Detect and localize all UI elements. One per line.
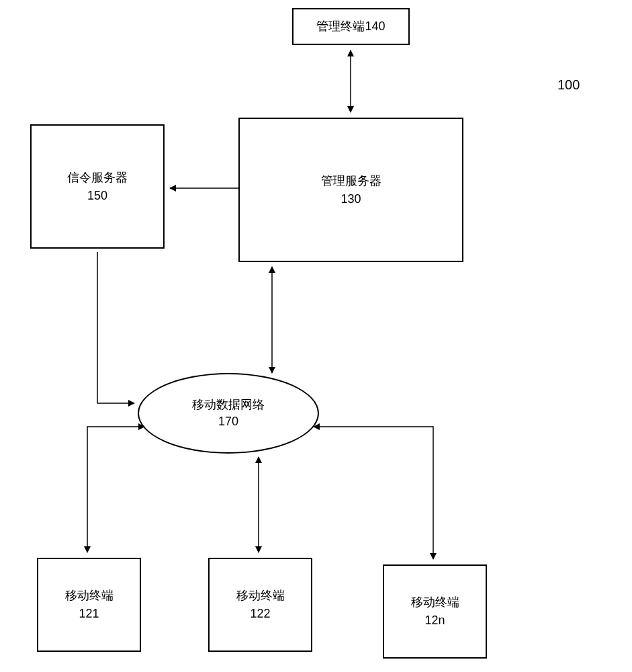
- management-server-id: 130: [341, 190, 361, 208]
- mobile-terminal-2-box: 移动终端 122: [208, 558, 312, 652]
- mobile-terminal-1-id: 121: [79, 605, 99, 623]
- mobile-terminal-1-name: 移动终端: [65, 587, 114, 605]
- signaling-server-id: 150: [87, 187, 107, 205]
- management-terminal-label: 管理终端140: [316, 17, 385, 36]
- arrow-network-terminaln: [314, 427, 433, 559]
- management-server-box: 管理服务器 130: [238, 118, 463, 262]
- mobile-data-network-name: 移动数据网络: [192, 396, 265, 413]
- management-server-name: 管理服务器: [321, 172, 381, 190]
- management-terminal-box: 管理终端140: [292, 8, 410, 45]
- mobile-terminal-2-id: 122: [250, 605, 270, 623]
- mobile-terminal-2-name: 移动终端: [236, 587, 285, 605]
- mobile-data-network-ellipse: 移动数据网络 170: [138, 373, 319, 454]
- mobile-terminal-n-id: 12n: [424, 612, 445, 630]
- mobile-terminal-1-box: 移动终端 121: [37, 558, 141, 652]
- mobile-terminal-n-box: 移动终端 12n: [383, 564, 487, 659]
- arrow-network-terminal1: [87, 427, 144, 552]
- mobile-data-network-id: 170: [218, 413, 238, 430]
- signaling-server-box: 信令服务器 150: [30, 124, 165, 249]
- signaling-server-name: 信令服务器: [67, 169, 128, 187]
- arrow-signaling-network: [97, 252, 134, 403]
- mobile-terminal-n-name: 移动终端: [411, 593, 459, 612]
- diagram-label: 100: [557, 77, 580, 93]
